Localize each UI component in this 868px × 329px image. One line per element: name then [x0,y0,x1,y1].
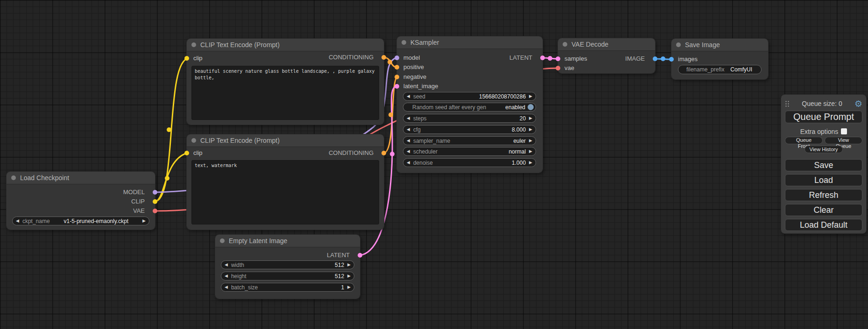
decrement-arrow-icon[interactable]: ◀ [225,283,228,292]
input-label-samples: samples [565,55,587,63]
positive-prompt-textarea[interactable]: beautiful scenery nature glass bottle la… [191,66,379,120]
queue-front-button[interactable]: Queue Front [785,137,823,144]
decrement-arrow-icon[interactable]: ◀ [407,125,410,134]
model-output-port[interactable] [153,190,157,195]
load-button[interactable]: Load [785,174,862,186]
filename-prefix-widget[interactable]: filename_prefix ComfyUI [678,65,762,74]
decrement-arrow-icon[interactable]: ◀ [225,260,228,269]
latent-output-port[interactable] [540,56,545,60]
extra-options-checkbox[interactable] [841,128,847,134]
conditioning-output-port[interactable] [381,55,386,60]
node-ksampler[interactable]: KSampler model positive negative latent_… [397,36,543,173]
height-widget[interactable]: ◀ height 512 ▶ [221,272,354,280]
queue-prompt-button[interactable]: Queue Prompt [785,111,862,123]
denoise-widget[interactable]: ◀ denoise 1.000 ▶ [403,158,536,167]
node-title-bar[interactable]: CLIP Text Encode (Prompt) [187,134,384,147]
node-title-bar[interactable]: Empty Latent Image [215,235,360,247]
collapse-dot[interactable] [191,42,196,47]
node-clip-text-encode-positive[interactable]: CLIP Text Encode (Prompt) clip CONDITION… [187,39,384,125]
node-title-bar[interactable]: VAE Decode [558,38,655,51]
node-title-bar[interactable]: CLIP Text Encode (Prompt) [187,39,384,51]
queue-menu-panel[interactable]: Queue size: 0 ⚙ Queue Prompt Extra optio… [781,95,866,233]
widget-label: seed [413,93,425,100]
images-input-port[interactable] [669,57,674,62]
widget-label: scheduler [413,148,438,155]
latent-output-port[interactable] [358,253,362,258]
increment-arrow-icon[interactable]: ▶ [529,125,532,134]
widget-label: filename_prefix [686,66,724,73]
negative-prompt-textarea[interactable]: text, watermark [191,160,379,224]
clip-input-port[interactable] [184,56,189,61]
width-widget[interactable]: ◀ width 512 ▶ [221,260,354,269]
node-graph-canvas[interactable]: Load Checkpoint MODEL CLIP VAE ◀ ckpt_na… [0,0,868,329]
increment-arrow-icon[interactable]: ▶ [347,272,351,280]
decrement-arrow-icon[interactable]: ◀ [407,92,410,101]
clip-output-port[interactable] [153,199,157,204]
node-vae-decode[interactable]: VAE Decode samples vae IMAGE [558,38,655,73]
toggle-knob-icon[interactable] [528,104,534,110]
increment-arrow-icon[interactable]: ▶ [142,217,146,225]
collapse-dot[interactable] [220,238,225,243]
widget-label: denoise [413,160,433,166]
steps-widget[interactable]: ◀ steps 20 ▶ [403,114,536,123]
input-label-vae: vae [565,64,574,72]
node-save-image[interactable]: Save Image images filename_prefix ComfyU… [671,39,768,79]
negative-input-port[interactable] [395,75,399,79]
load-default-button[interactable]: Load Default [785,219,862,231]
clip-input-port[interactable] [184,151,189,155]
link-midpoint-dot [388,112,393,117]
ckpt-name-widget[interactable]: ◀ ckpt_name v1-5-pruned-emaonly.ckpt ▶ [12,217,149,225]
node-empty-latent-image[interactable]: Empty Latent Image LATENT ◀ width 512 ▶ … [215,235,360,299]
vae-input-port[interactable] [556,66,560,70]
link-midpoint-dot [390,152,395,156]
widget-label: Random seed after every gen [412,104,486,111]
increment-arrow-icon[interactable]: ▶ [529,147,532,156]
node-title-bar[interactable]: Save Image [671,39,768,51]
clear-button[interactable]: Clear [785,204,862,216]
save-button[interactable]: Save [785,159,862,171]
drag-handle-icon[interactable] [785,100,790,107]
seed-widget[interactable]: ◀ seed 156680208700286 ▶ [403,92,536,101]
sampler-name-widget[interactable]: ◀ sampler_name euler ▶ [403,136,536,145]
collapse-dot[interactable] [191,138,196,143]
collapse-dot[interactable] [11,175,16,180]
increment-arrow-icon[interactable]: ▶ [529,92,532,101]
node-clip-text-encode-negative[interactable]: CLIP Text Encode (Prompt) clip CONDITION… [187,134,384,230]
conditioning-output-port[interactable] [381,151,386,155]
settings-gear-icon[interactable]: ⚙ [854,99,862,108]
vae-output-port[interactable] [153,209,157,213]
samples-input-port[interactable] [556,56,560,61]
increment-arrow-icon[interactable]: ▶ [529,158,532,167]
widget-value: 156680208700286 [479,93,526,100]
widget-value: normal [508,148,526,155]
decrement-arrow-icon[interactable]: ◀ [407,158,410,167]
refresh-button[interactable]: Refresh [785,189,862,201]
collapse-dot[interactable] [402,40,406,45]
view-queue-button[interactable]: View Queue [825,137,862,144]
view-history-button[interactable]: View History [804,146,843,153]
node-title-bar[interactable]: Load Checkpoint [7,172,155,184]
decrement-arrow-icon[interactable]: ◀ [407,136,410,145]
image-output-port[interactable] [653,56,657,61]
decrement-arrow-icon[interactable]: ◀ [16,217,19,225]
batch-size-widget[interactable]: ◀ batch_size 1 ▶ [221,283,354,292]
increment-arrow-icon[interactable]: ▶ [347,260,351,269]
random-seed-toggle-widget[interactable]: Random seed after every gen enabled [403,103,536,112]
increment-arrow-icon[interactable]: ▶ [529,114,532,123]
scheduler-widget[interactable]: ◀ scheduler normal ▶ [403,147,536,156]
collapse-dot[interactable] [563,42,567,47]
node-load-checkpoint[interactable]: Load Checkpoint MODEL CLIP VAE ◀ ckpt_na… [7,172,155,230]
decrement-arrow-icon[interactable]: ◀ [225,272,228,280]
decrement-arrow-icon[interactable]: ◀ [407,114,410,123]
model-input-port[interactable] [395,56,399,60]
node-title-bar[interactable]: KSampler [397,36,543,49]
collapse-dot[interactable] [676,42,681,47]
latent-image-input-port[interactable] [395,84,399,89]
increment-arrow-icon[interactable]: ▶ [347,283,351,292]
decrement-arrow-icon[interactable]: ◀ [407,147,410,156]
queue-size-label: Queue size: 0 [790,100,854,107]
increment-arrow-icon[interactable]: ▶ [529,136,532,145]
node-title: KSampler [410,36,439,49]
positive-input-port[interactable] [395,65,399,70]
cfg-widget[interactable]: ◀ cfg 8.000 ▶ [403,125,536,134]
